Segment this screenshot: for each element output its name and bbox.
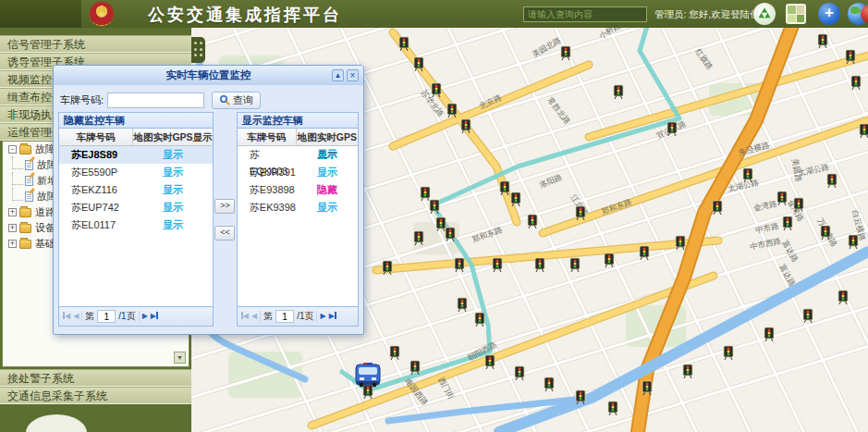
folder-icon <box>19 145 31 154</box>
sidebar-collapse-grip[interactable] <box>191 37 205 63</box>
application-window: 北京路美园北路小桥路红旗路苏华北路常胜北路宜公东路洛阳路江北路郑和东路郑和东路朱… <box>0 0 868 432</box>
sidebar-footer-logo <box>26 414 87 432</box>
prev-page-icon[interactable]: ◀ <box>251 312 257 321</box>
vehicle-row[interactable]: 苏EKZ116显示 <box>59 181 213 199</box>
gps-toggle-link[interactable]: 显示 <box>133 199 213 216</box>
sidebar-item[interactable]: 交通信息采集子系统 <box>0 387 191 404</box>
next-page-icon[interactable]: ▶ <box>320 312 325 321</box>
plate-number: 苏EJ8S89 <box>59 146 133 164</box>
query-button-label: 查询 <box>233 93 253 107</box>
hidden-vehicles-panel: 隐藏监控车辆 车牌号码 地图实时GPS显示 苏EJ8S89显示苏E5590P显示… <box>58 112 214 327</box>
expand-node-icon: + <box>8 224 17 232</box>
tree-scroll-down-icon[interactable]: ▼ <box>174 352 186 364</box>
sidebar-item[interactable]: 接处警子系统 <box>0 369 191 387</box>
header-search-input[interactable] <box>523 6 647 22</box>
vehicle-row[interactable]: 苏EK9398显示 <box>238 199 358 216</box>
vehicle-row[interactable]: 苏EQK003显示 <box>238 146 358 164</box>
vehicle-row[interactable]: 苏EL0117显示 <box>59 216 213 234</box>
vehicle-row[interactable]: 苏E5590P显示 <box>59 164 213 181</box>
close-icon[interactable]: × <box>347 69 359 81</box>
sidebar-bottom-menu: 接处警子系统交通信息采集子系统 <box>0 369 191 404</box>
shown-vehicles-panel: 显示监控车辆 车牌号码 地图实时GPS显示 苏EQK003显示苏EJR391显示… <box>237 112 359 327</box>
gps-toggle-link[interactable]: 显示 <box>133 181 213 199</box>
refresh-icon[interactable] <box>753 3 776 25</box>
move-right-button[interactable]: >> <box>214 199 235 214</box>
page-label: 第 <box>85 310 94 323</box>
plate-search-form: 车牌号码: 查询 <box>54 85 363 110</box>
page-label: 第 <box>263 310 273 323</box>
page-edit-icon <box>25 160 33 170</box>
gps-toggle-link[interactable]: 显示 <box>133 164 213 181</box>
query-button[interactable]: 查询 <box>212 92 261 109</box>
page-number-input[interactable] <box>275 310 294 323</box>
plate-number: 苏EKZ116 <box>59 181 133 199</box>
plate-number: 苏EK9398 <box>238 199 297 216</box>
expand-node-icon: + <box>8 208 17 216</box>
plate-number: 苏EUP742 <box>59 199 133 216</box>
vehicle-row[interactable]: 苏EUP742显示 <box>59 199 213 216</box>
magnifier-icon <box>219 94 230 105</box>
last-page-icon[interactable]: ▶ <box>151 312 158 321</box>
dialog-titlebar[interactable]: 实时车辆位置监控 ▲ × <box>54 66 363 85</box>
zoom-add-icon[interactable]: + <box>818 3 840 25</box>
grid-header: 车牌号码 地图实时GPS显示 <box>238 129 358 146</box>
collapse-node-icon: - <box>8 145 17 154</box>
pagination-bar: ◀ ◀ 第 /1页 ▶ ▶ <box>238 306 358 326</box>
gps-toggle-link[interactable]: 显示 <box>297 146 358 164</box>
collapse-icon[interactable]: ▲ <box>332 69 344 81</box>
gps-toggle-link[interactable]: 显示 <box>297 164 358 181</box>
first-page-icon[interactable]: ◀ <box>241 312 249 321</box>
map-tiles-icon[interactable] <box>786 4 806 24</box>
vehicle-row[interactable]: 苏EJR391显示 <box>238 164 358 181</box>
first-page-icon[interactable]: ◀ <box>63 312 70 321</box>
prev-page-icon[interactable]: ◀ <box>73 312 79 321</box>
folder-icon <box>19 208 31 217</box>
page-edit-icon <box>25 176 33 186</box>
page-count-label: /1页 <box>297 310 313 323</box>
folder-icon <box>19 224 31 233</box>
next-page-icon[interactable]: ▶ <box>142 312 148 321</box>
move-left-button[interactable]: << <box>214 226 235 241</box>
gps-toggle-link[interactable]: 显示 <box>133 216 213 234</box>
hidden-panel-title: 隐藏监控车辆 <box>59 113 213 129</box>
plate-number: 苏EQK003 <box>238 146 297 164</box>
shown-panel-title: 显示监控车辆 <box>238 113 358 129</box>
gps-toggle-link[interactable]: 显示 <box>133 146 213 164</box>
plate-number: 苏E5590P <box>59 164 133 181</box>
vehicle-row[interactable]: 苏EJ8S89显示 <box>59 146 213 164</box>
pagination-bar: ◀ ◀ 第 /1页 ▶ ▶ <box>59 306 213 326</box>
page-edit-icon <box>25 191 33 202</box>
welcome-text: 管理员: 您好,欢迎登陆使用 <box>654 8 769 21</box>
expand-node-icon: + <box>8 240 17 248</box>
vehicle-row[interactable]: 苏E93898隐藏 <box>238 181 358 199</box>
page-number-input[interactable] <box>97 310 116 323</box>
page-count-label: /1页 <box>118 310 135 323</box>
police-emblem-logo: ★ <box>89 1 115 27</box>
top-header-bar: ★ 公安交通集成指挥平台 管理员: 您好,欢迎登陆使用 + <box>0 0 868 28</box>
dialog-title: 实时车辆位置监控 <box>54 66 363 84</box>
last-page-icon[interactable]: ▶ <box>329 312 336 321</box>
plate-number-label: 车牌号码: <box>60 93 104 107</box>
plate-number: 苏EJR391 <box>238 164 297 181</box>
plate-number-input[interactable] <box>107 93 204 108</box>
police-vehicle-icon[interactable] <box>356 363 380 387</box>
folder-icon <box>19 240 31 249</box>
vehicle-monitor-dialog: 实时车辆位置监控 ▲ × 车牌号码: 查询 隐藏监控车辆 车牌号码 地图实时GP… <box>53 65 364 335</box>
gps-toggle-link[interactable]: 隐藏 <box>297 181 358 199</box>
sidebar-item[interactable]: 信号管理子系统 <box>0 35 191 53</box>
plate-number: 苏E93898 <box>238 181 297 199</box>
app-title: 公安交通集成指挥平台 <box>148 4 342 26</box>
header-left-block <box>0 0 81 28</box>
grid-header: 车牌号码 地图实时GPS显示 <box>59 129 213 146</box>
gps-toggle-link[interactable]: 显示 <box>297 199 358 216</box>
plate-number: 苏EL0117 <box>59 216 133 234</box>
